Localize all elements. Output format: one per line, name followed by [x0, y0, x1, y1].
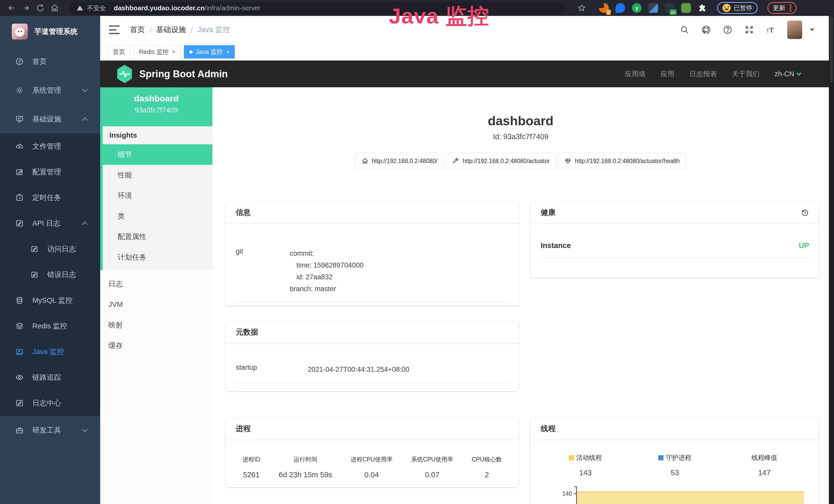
sba-item-metrics[interactable]: 性能 — [103, 165, 213, 185]
sba-app-id: 93a3fc7f7409 — [100, 106, 213, 114]
sba-brand-title: Spring Boot Admin — [139, 69, 228, 79]
sidebar-item-file-manage[interactable]: 文件管理 — [0, 134, 100, 159]
sidebar-item-home[interactable]: 首页 — [0, 47, 100, 76]
tab-label: 首页 — [113, 48, 125, 56]
sidebar-item-redis-monitor[interactable]: Redis 监控 — [0, 313, 100, 339]
tab-label: Redis 监控 — [139, 48, 169, 56]
peak-threads-value: 147 — [720, 468, 809, 477]
back-icon[interactable] — [6, 2, 18, 14]
sba-insights-group: Insights 细节 性能 环境 类 配置属性 计划任务 — [100, 126, 213, 270]
sidebar-item-system[interactable]: 系统管理 — [0, 76, 100, 105]
extension-icons: 1 y on — [599, 3, 707, 13]
database-icon — [15, 296, 24, 305]
text-size-icon[interactable]: TT — [766, 25, 776, 35]
extension-switch-icon[interactable]: on — [665, 3, 675, 13]
tab-redis-monitor[interactable]: Redis 监控 × — [134, 45, 181, 59]
card-title: 元数据 — [225, 321, 519, 344]
sba-nav-wallboard[interactable]: 应用墙 — [625, 69, 645, 78]
chevron-down-icon — [796, 71, 801, 75]
sidebar-item-dev-tools[interactable]: 研发工具 — [0, 416, 100, 445]
sidebar-item-java-monitor[interactable]: Java 监控 — [0, 339, 100, 365]
hamburger-icon[interactable] — [109, 25, 120, 34]
reload-icon[interactable] — [35, 2, 46, 14]
close-icon[interactable]: × — [226, 49, 229, 55]
search-icon[interactable] — [679, 25, 690, 35]
svg-text:T: T — [766, 28, 769, 33]
update-button[interactable]: 更新 — [767, 2, 797, 14]
extension-grid-icon[interactable] — [648, 3, 658, 13]
sba-app-header[interactable]: dashboard 93a3fc7f7409 — [100, 87, 213, 126]
sba-item-caches[interactable]: 缓存 — [100, 335, 213, 356]
sidebar-item-label: 研发工具 — [32, 426, 61, 435]
sidebar-item-access-log[interactable]: 访问日志 — [0, 236, 100, 262]
tab-home[interactable]: 首页 — [107, 45, 130, 59]
sba-item-mappings[interactable]: 映射 — [100, 315, 213, 335]
health-url-button[interactable]: http://192.168.0.2:48080/actuator/health — [558, 153, 686, 169]
browser-menu-icon[interactable] — [790, 5, 791, 11]
sba-item-classes[interactable]: 类 — [103, 206, 213, 226]
tab-java-monitor[interactable]: Java 监控 × — [184, 45, 235, 59]
chevron-down-icon — [82, 87, 88, 92]
app-title: 芋道管理系统 — [35, 27, 78, 37]
sba-content: dashboard Id: 93a3fc7f7409 http://192.16… — [213, 87, 829, 504]
log-icon — [15, 219, 24, 228]
sidebar-item-label: 错误日志 — [47, 270, 76, 280]
extension-badge: 1 — [606, 9, 611, 15]
screen: 不安全 dashboard.yudao.iocoder.cn/infra/adm… — [0, 0, 834, 504]
sidebar-item-trace[interactable]: 链路追踪 — [0, 365, 100, 390]
close-icon[interactable]: × — [172, 49, 175, 55]
sba-item-config-props[interactable]: 配置属性 — [103, 226, 213, 247]
sba-item-jvm[interactable]: JVM — [100, 294, 213, 315]
history-icon[interactable] — [801, 208, 809, 217]
sidebar-item-label: 基础设施 — [32, 114, 61, 124]
process-card: 进程 进程ID5261 运行时间6d 23h 15m 59s 进程CPU使用率0… — [225, 418, 519, 487]
sba-item-environment[interactable]: 环境 — [103, 185, 213, 206]
sidebar-item-label: 配置管理 — [32, 167, 61, 177]
sidebar-item-log-center[interactable]: 日志中心 — [0, 390, 100, 416]
sba-root-items: 日志 JVM 映射 缓存 — [100, 270, 213, 356]
sidebar-item-api-log[interactable]: API 日志 — [0, 210, 100, 236]
actuator-url-button[interactable]: http://192.168.0.2:48080/actuator — [446, 153, 556, 169]
caret-down-icon[interactable] — [810, 28, 814, 31]
sidebar-item-error-log[interactable]: 错误日志 — [0, 262, 100, 288]
tab-label: Java 监控 — [196, 48, 223, 56]
forward-icon[interactable] — [20, 2, 32, 14]
chevron-down-icon — [82, 427, 88, 432]
extensions-puzzle-icon[interactable] — [698, 3, 707, 13]
sidebar-item-mysql-monitor[interactable]: MySQL 监控 — [0, 288, 100, 313]
home-icon[interactable] — [49, 2, 61, 14]
service-url-button[interactable]: http://192.168.0.2:48080/ — [355, 153, 444, 169]
sba-item-details[interactable]: 细节 — [100, 144, 213, 165]
sidebar-item-infra[interactable]: 基础设施 — [0, 105, 100, 134]
sba-nav-journal[interactable]: 日志报表 — [689, 69, 717, 78]
sidebar-item-scheduled-job[interactable]: 定时任务 — [0, 185, 100, 210]
breadcrumb-infra[interactable]: 基础设施 — [156, 25, 186, 35]
page-title: dashboard — [213, 113, 829, 129]
breadcrumb-home[interactable]: 首页 — [130, 25, 145, 35]
status-badge: UP — [799, 241, 809, 250]
log-icon — [15, 398, 24, 408]
extension-orange-icon[interactable]: 1 — [599, 3, 609, 13]
table-row[interactable]: Instance UP — [541, 232, 809, 258]
sidebar-item-config-manage[interactable]: 配置管理 — [0, 159, 100, 185]
sba-item-logs[interactable]: 日志 — [100, 274, 213, 294]
sba-item-scheduled-tasks[interactable]: 计划任务 — [103, 247, 213, 268]
sba-nav-applications[interactable]: 应用 — [660, 69, 674, 78]
sidebar-item-label: 访问日志 — [47, 244, 76, 254]
extension-leaf-icon[interactable] — [681, 3, 691, 13]
annotation-text: Java 监控 — [380, 2, 498, 31]
help-icon[interactable] — [723, 25, 733, 35]
sba-language-select[interactable]: zh-CN — [774, 70, 800, 78]
warning-icon — [76, 5, 83, 11]
bookmark-star-icon[interactable] — [576, 2, 588, 14]
profile-chip[interactable]: 已暂停 — [717, 2, 758, 14]
user-avatar[interactable] — [787, 21, 802, 39]
github-icon[interactable] — [701, 25, 711, 35]
extension-pin-icon[interactable] — [615, 3, 625, 13]
browser-scrollbar[interactable] — [829, 16, 834, 504]
fullscreen-icon[interactable] — [744, 25, 754, 35]
sba-nav-about[interactable]: 关于我们 — [732, 69, 760, 78]
chevron-up-icon — [82, 222, 88, 228]
extension-y-icon[interactable]: y — [632, 3, 642, 13]
threads-chart: 140 120 100 — [557, 486, 806, 504]
